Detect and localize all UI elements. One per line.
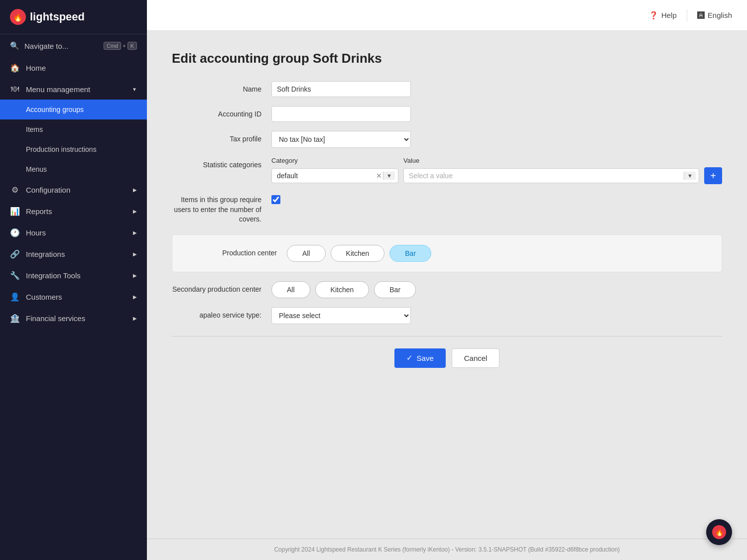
stat-row: default ✕ ▼ Select a value ▼ +: [271, 167, 722, 184]
sidebar-item-label: Menu management: [26, 85, 90, 94]
sidebar-item-label: Accounting groups: [26, 106, 84, 113]
save-button[interactable]: ✓ Save: [394, 348, 446, 368]
accounting-id-input[interactable]: [271, 106, 411, 122]
name-field-wrap: [271, 81, 722, 97]
main-area: ❓ Help 🅰 English Edit accounting group S…: [147, 0, 747, 560]
stat-value-input-wrap: Select a value ▼: [403, 168, 699, 183]
sec-prod-all-button[interactable]: All: [271, 281, 310, 298]
link-icon: 🔗: [10, 249, 20, 259]
lang-icon: 🅰: [697, 11, 705, 19]
footer-text: Copyright 2024 Lightspeed Restaurant K S…: [274, 546, 620, 553]
sidebar-item-label: Financial services: [26, 314, 85, 323]
sidebar-item-label: Production instructions: [26, 145, 97, 153]
sidebar-item-accounting-groups[interactable]: Accounting groups: [0, 100, 147, 119]
sidebar-item-reports[interactable]: 📊 Reports ▶: [0, 201, 147, 222]
covers-checkbox[interactable]: [271, 195, 280, 204]
sidebar-item-home[interactable]: 🏠 Home: [0, 57, 147, 79]
topbar-divider: [687, 9, 687, 21]
fab-icon: 🔥: [712, 525, 726, 539]
tax-profile-label: Tax profile: [172, 131, 271, 143]
gear-icon: ⚙: [10, 185, 20, 195]
stat-category-col-header: Category: [271, 157, 398, 164]
chevron-right-icon: ▶: [133, 251, 137, 257]
stat-category-input-wrap: default ✕ ▼: [271, 168, 398, 183]
sidebar-item-label: Integration Tools: [26, 271, 81, 280]
logo-icon: 🔥: [10, 9, 26, 25]
logo-text: lightspeed: [30, 10, 85, 23]
action-buttons: ✓ Save Cancel: [172, 348, 722, 368]
production-center-row: Production center All Kitchen Bar: [187, 245, 707, 262]
stat-category-dropdown-button[interactable]: ▼: [383, 172, 395, 180]
name-label: Name: [172, 81, 271, 93]
sec-prod-bar-button[interactable]: Bar: [374, 281, 416, 298]
tax-profile-select[interactable]: No tax [No tax] Standard tax Reduced tax: [271, 131, 411, 148]
chart-icon: 📊: [10, 207, 20, 216]
chevron-right-icon: ▶: [133, 209, 137, 214]
apaleo-row: apaleo service type: Please select: [172, 307, 722, 324]
chevron-down-icon: ▼: [132, 87, 137, 92]
stat-add-button[interactable]: +: [704, 167, 722, 184]
sidebar-item-items[interactable]: Items: [0, 119, 147, 139]
navigate-label: Navigate to...: [24, 42, 68, 50]
chevron-right-icon: ▶: [133, 273, 137, 278]
fab-button[interactable]: 🔥: [706, 519, 732, 545]
navigate-search[interactable]: 🔍 Navigate to... Cmd + K: [0, 34, 147, 57]
secondary-production-center-label: Secondary production center: [172, 281, 271, 293]
sidebar-item-financial-services[interactable]: 🏦 Financial services ▶: [0, 308, 147, 329]
form-divider: [172, 336, 722, 336]
apaleo-label: apaleo service type:: [172, 307, 271, 319]
sidebar-item-label: Menus: [26, 165, 47, 173]
help-label: Help: [661, 11, 677, 19]
sidebar-item-label: Home: [26, 64, 46, 72]
stat-value-dropdown-button[interactable]: ▼: [684, 172, 696, 180]
plus-separator: +: [123, 43, 125, 49]
check-icon: ✓: [406, 353, 413, 362]
stat-category-value: default: [275, 171, 375, 181]
home-icon: 🏠: [10, 63, 20, 73]
statistic-categories-wrap: Category Value default ✕ ▼ Select a valu…: [271, 157, 722, 184]
save-label: Save: [417, 354, 434, 362]
sidebar-item-label: Configuration: [26, 186, 70, 194]
sidebar-item-menu-management[interactable]: 🍽 Menu management ▼: [0, 79, 147, 100]
tax-profile-wrap: No tax [No tax] Standard tax Reduced tax: [271, 131, 722, 148]
prod-center-bar-button[interactable]: Bar: [389, 245, 431, 262]
apaleo-service-type-select[interactable]: Please select: [271, 307, 411, 324]
k-key: K: [127, 42, 137, 50]
content-area: Edit accounting group Soft Drinks Name A…: [147, 31, 747, 539]
apaleo-select-wrap: Please select: [271, 307, 722, 324]
sidebar-item-configuration[interactable]: ⚙ Configuration ▶: [0, 179, 147, 201]
statistic-categories-label: Statistic categories: [172, 157, 271, 169]
keyboard-shortcut: Cmd + K: [104, 42, 137, 50]
sidebar-item-label: Reports: [26, 207, 52, 216]
production-center-label: Production center: [187, 245, 287, 257]
sidebar-item-label: Hours: [26, 228, 46, 237]
accounting-id-label: Accounting ID: [172, 106, 271, 118]
cancel-button[interactable]: Cancel: [452, 348, 500, 368]
accounting-id-field-wrap: [271, 106, 722, 122]
bank-icon: 🏦: [10, 314, 20, 323]
prod-center-kitchen-button[interactable]: Kitchen: [331, 245, 385, 262]
sidebar-item-production-instructions[interactable]: Production instructions: [0, 139, 147, 159]
sidebar-logo: 🔥 lightspeed: [0, 0, 147, 34]
stat-clear-button[interactable]: ✕: [375, 172, 383, 180]
name-input[interactable]: [271, 81, 411, 97]
prod-center-all-button[interactable]: All: [287, 245, 326, 262]
covers-checkbox-wrap: [271, 193, 280, 206]
production-center-section: Production center All Kitchen Bar: [172, 234, 722, 272]
covers-row: Items in this group require users to ent…: [172, 193, 722, 224]
sidebar-item-integrations[interactable]: 🔗 Integrations ▶: [0, 243, 147, 265]
tools-icon: 🔧: [10, 271, 20, 280]
sidebar-item-label: Customers: [26, 293, 62, 301]
search-icon: 🔍: [10, 41, 19, 50]
help-button[interactable]: ❓ Help: [649, 11, 677, 20]
sidebar-item-menus[interactable]: Menus: [0, 159, 147, 179]
sidebar-item-integration-tools[interactable]: 🔧 Integration Tools ▶: [0, 265, 147, 286]
sec-prod-kitchen-button[interactable]: Kitchen: [315, 281, 370, 298]
statistic-categories-row: Statistic categories Category Value defa…: [172, 157, 722, 184]
accounting-id-row: Accounting ID: [172, 106, 722, 122]
sidebar-item-customers[interactable]: 👤 Customers ▶: [0, 286, 147, 308]
sidebar-item-hours[interactable]: 🕐 Hours ▶: [0, 222, 147, 243]
clock-icon: 🕐: [10, 228, 20, 237]
menu-icon: 🍽: [10, 85, 20, 94]
language-selector[interactable]: 🅰 English: [697, 11, 732, 19]
